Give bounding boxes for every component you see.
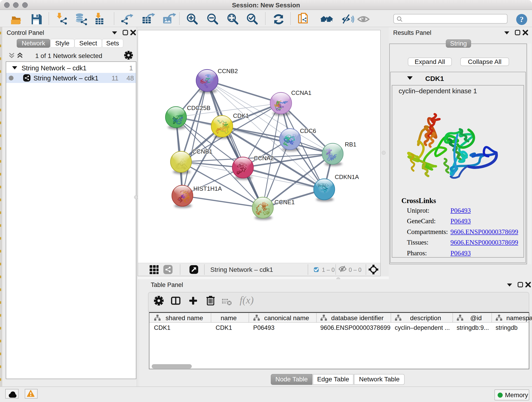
svg-text:CDC25B: CDC25B [187, 104, 210, 111]
svg-text:CCNA1: CCNA1 [291, 89, 311, 96]
svg-text:CCNE1: CCNE1 [274, 199, 295, 206]
svg-text:?: ? [520, 15, 524, 24]
svg-text:CDKN1A: CDKN1A [335, 173, 359, 180]
svg-text:CDK1: CDK1 [233, 112, 249, 119]
svg-text:RB1: RB1 [345, 141, 356, 148]
svg-text:CCNB2: CCNB2 [218, 68, 238, 75]
svg-text:HIST1H1A: HIST1H1A [193, 185, 222, 192]
svg-text:CCNB1: CCNB1 [192, 148, 212, 155]
svg-text:CDC6: CDC6 [300, 128, 316, 134]
svg-text:CCNA2: CCNA2 [254, 155, 274, 162]
